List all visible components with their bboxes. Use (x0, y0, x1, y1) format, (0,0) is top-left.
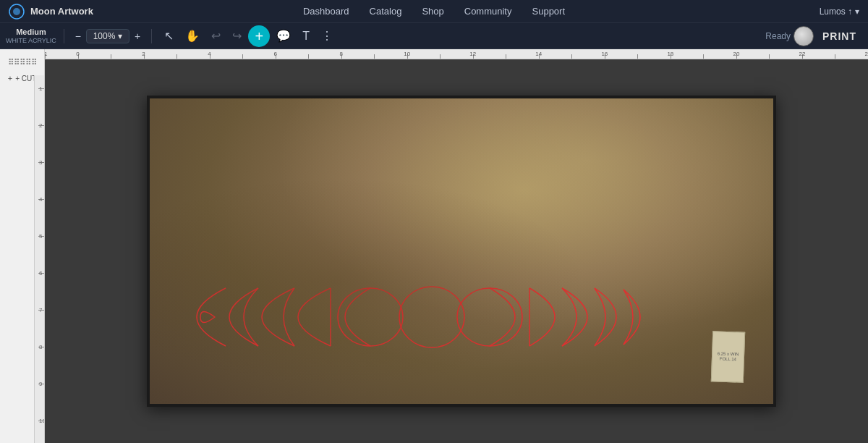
ruler-number: 10 (404, 51, 410, 57)
ruler-tick (242, 54, 243, 59)
more-icon: ⋮ (321, 29, 333, 43)
ruler-tick (835, 54, 835, 59)
svg-point-5 (457, 288, 522, 346)
zoom-chevron-icon: ▾ (118, 31, 122, 41)
canvas-area: -1024681012141618202224 (45, 49, 868, 443)
speech-tool-button[interactable]: 💬 (271, 26, 296, 46)
hand-tool-button[interactable]: ✋ (180, 26, 205, 46)
zoom-out-button[interactable]: − (72, 29, 85, 43)
ruler-number: 14 (535, 51, 542, 57)
app-logo[interactable]: Moon Artwork (9, 4, 93, 20)
ruler-tick (769, 54, 770, 59)
canvas-inner: 6.25 x WIN FOLL 14 (55, 59, 868, 443)
ruler-number: 2 (142, 51, 145, 57)
nav-shop[interactable]: Shop (422, 6, 443, 17)
select-icon: ↖ (164, 29, 174, 43)
ruler-tick (176, 54, 177, 59)
cut-icon: + (8, 74, 12, 83)
ruler-tick (506, 54, 506, 59)
ruler-number: 16 (601, 51, 608, 57)
edit-tools: ↖ ✋ ↩ ↪ + 💬 T ⋮ (159, 25, 338, 47)
ruler-tick (308, 54, 309, 59)
ruler-number: 0 (76, 51, 79, 57)
zoom-in-button[interactable]: + (131, 29, 144, 43)
select-tool-button[interactable]: ↖ (159, 26, 179, 46)
app-title: Moon Artwork (30, 6, 93, 17)
add-icon: + (255, 29, 263, 43)
moon-phases-svg (186, 274, 656, 360)
ruler-tick (703, 54, 704, 59)
label-sticker: 6.25 x WIN FOLL 14 (711, 331, 745, 383)
svg-point-1 (13, 8, 20, 15)
speech-icon: 💬 (276, 29, 291, 43)
redo-button[interactable]: ↪ (227, 26, 247, 46)
zoom-controls: − 100% ▾ + (72, 29, 144, 43)
undo-button[interactable]: ↩ (206, 26, 226, 46)
left-sidebar: ⠿⠿⠿⠿⠿ + + CUT 1 2 3 4 5 6 7 8 9 10 11 (0, 49, 45, 443)
nav-dashboard[interactable]: Dashboard (303, 6, 349, 17)
print-button[interactable]: PRINT (817, 28, 862, 45)
hand-icon: ✋ (185, 29, 200, 43)
horizontal-ruler: -1024681012141618202224 (45, 49, 868, 59)
layer-dots: ⠿⠿⠿⠿⠿ (8, 54, 37, 69)
add-button[interactable]: + (248, 25, 270, 47)
main-area: ⠿⠿⠿⠿⠿ + + CUT 1 2 3 4 5 6 7 8 9 10 11 -1… (0, 49, 868, 443)
ruler-number: 22 (799, 51, 806, 57)
ruler-tick (440, 54, 441, 59)
ruler-number: 12 (469, 51, 476, 57)
ruler-number: -1 (45, 51, 48, 57)
nav-catalog[interactable]: Catalog (370, 6, 402, 17)
separator-2 (151, 29, 152, 43)
nav-support[interactable]: Support (532, 6, 566, 17)
ruler-number: 4 (208, 51, 210, 57)
vertical-ruler: 1 2 3 4 5 6 7 8 9 10 11 (34, 75, 44, 443)
redo-icon: ↪ (232, 29, 242, 43)
user-chevron-icon: ▾ (855, 7, 859, 17)
ruler-number: 24 (865, 51, 868, 57)
logo-icon (9, 4, 25, 20)
medium-info: Medium WHITE ACRYLIC (6, 28, 56, 44)
medium-label: Medium (6, 28, 56, 37)
ruler-tick (374, 54, 375, 59)
ready-indicator (793, 26, 814, 46)
text-tool-button[interactable]: T (297, 27, 315, 46)
more-tools-button[interactable]: ⋮ (316, 26, 338, 46)
separator-1 (64, 29, 64, 43)
ruler-tick (571, 54, 572, 59)
nav-links: Dashboard Catalog Shop Community Support (303, 6, 565, 17)
ruler-tick (111, 54, 111, 59)
ruler-number: 20 (733, 51, 739, 57)
svg-point-3 (338, 288, 403, 346)
top-nav: Moon Artwork Dashboard Catalog Shop Comm… (0, 0, 868, 23)
ready-status: Ready (765, 31, 791, 41)
text-icon: T (302, 30, 310, 43)
medium-sub: WHITE ACRYLIC (6, 37, 56, 44)
user-menu[interactable]: Lumos ↑ ▾ (820, 7, 859, 17)
canvas-background: 6.25 x WIN FOLL 14 (147, 96, 776, 407)
label-text: 6.25 x WIN FOLL 14 (714, 351, 742, 363)
svg-point-4 (399, 287, 464, 347)
ruler-number: 18 (667, 51, 673, 57)
zoom-value: 100% (93, 31, 116, 41)
zoom-display[interactable]: 100% ▾ (86, 29, 129, 43)
toolbar: Medium WHITE ACRYLIC − 100% ▾ + ↖ ✋ ↩ ↪ … (0, 23, 868, 49)
ruler-number: 8 (339, 51, 342, 57)
ruler-tick (637, 54, 638, 59)
user-label: Lumos ↑ (820, 7, 852, 17)
ruler-number: 6 (273, 51, 276, 57)
cut-label: + CUT (15, 75, 36, 83)
canvas-content: 6.25 x WIN FOLL 14 (147, 96, 776, 407)
nav-community[interactable]: Community (464, 6, 512, 17)
undo-icon: ↩ (211, 29, 221, 43)
